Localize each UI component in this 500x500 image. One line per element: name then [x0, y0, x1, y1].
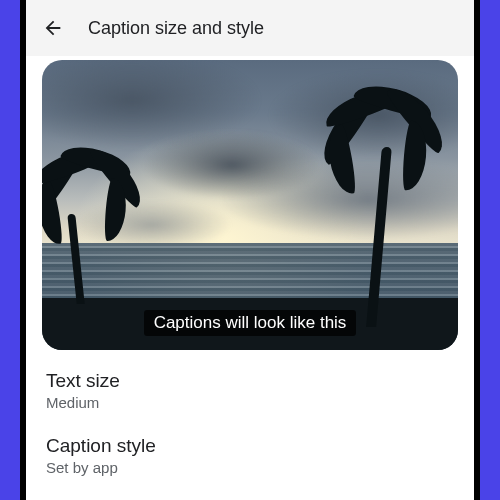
setting-value: Set by app	[46, 459, 454, 476]
setting-title: Text size	[46, 370, 454, 392]
content: Captions will look like this Text size M…	[26, 60, 474, 480]
page-title: Caption size and style	[88, 18, 264, 39]
palm-tree-icon	[314, 77, 434, 327]
caption-overlay: Captions will look like this	[42, 310, 458, 336]
setting-value: Medium	[46, 394, 454, 411]
caption-preview: Captions will look like this	[42, 60, 458, 350]
setting-title: Caption style	[46, 435, 454, 457]
screen: Caption size and style	[26, 0, 474, 500]
device-frame: Caption size and style	[20, 0, 480, 500]
setting-text-size[interactable]: Text size Medium	[42, 350, 458, 415]
caption-sample-text: Captions will look like this	[144, 310, 357, 336]
back-button[interactable]	[42, 17, 64, 39]
setting-caption-style[interactable]: Caption style Set by app	[42, 415, 458, 480]
palm-tree-icon	[42, 144, 144, 304]
arrow-back-icon	[42, 17, 64, 39]
app-bar: Caption size and style	[26, 0, 474, 56]
